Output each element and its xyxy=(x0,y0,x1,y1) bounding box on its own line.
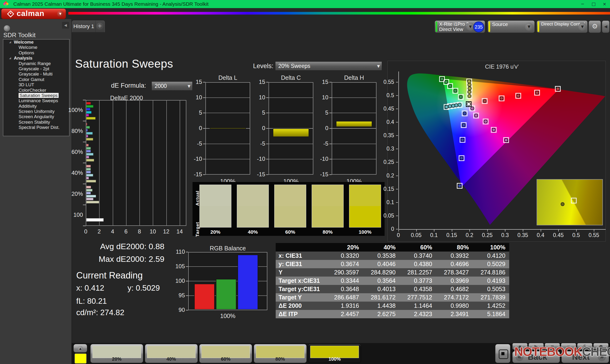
cie-x-tick: 0.35 xyxy=(514,232,531,238)
cie-y-dash xyxy=(396,135,398,136)
rgb-y-tick: 105 xyxy=(168,263,185,270)
delta_c-axis-dash xyxy=(266,113,269,113)
current-y: y: 0.5029 xyxy=(128,284,160,293)
deltae-plot xyxy=(86,100,186,226)
cie-x-tick: 0.05 xyxy=(408,232,425,238)
rgb-y-tick: 100 xyxy=(168,277,185,284)
patch-button-20%[interactable]: 20% xyxy=(90,344,143,363)
sidebar-item-grayscale-multi[interactable]: Grayscale - Multi xyxy=(3,71,69,77)
sidebar-item-analysis[interactable]: ◢Analysis xyxy=(3,55,69,61)
sidebar-item-welcome[interactable]: Welcome xyxy=(3,45,69,50)
table-cell: 0.3344 xyxy=(326,277,363,285)
sidebar-item-options[interactable]: Options xyxy=(3,50,69,55)
deltae-gridline xyxy=(153,101,153,225)
deltae-bar-40%-2 xyxy=(86,171,91,173)
calman-menu-button[interactable]: calman ▼ xyxy=(1,9,66,19)
cie-zoom-inset xyxy=(537,179,603,225)
close-button[interactable]: × xyxy=(599,0,610,8)
swatch-popup-button[interactable]: ▲ xyxy=(73,344,87,352)
sidebar-item-color-gamut[interactable]: Color Gamut xyxy=(3,77,69,82)
deltae-x-tick: 2 xyxy=(92,228,106,235)
cie-y-dash xyxy=(396,176,398,176)
back-label: Back xyxy=(528,352,547,362)
patch-button-label: 80% xyxy=(254,356,306,362)
back-button[interactable]: « Back xyxy=(512,351,560,363)
rgb-balance-title: RGB Balance xyxy=(179,245,277,252)
sidebar-item-welcome[interactable]: ◢Welcome xyxy=(3,39,69,45)
tree-expander-icon[interactable]: ◢ xyxy=(9,39,11,45)
add-tab-button[interactable]: + xyxy=(96,23,104,30)
tree-expander-icon[interactable]: ◢ xyxy=(9,55,11,61)
minimize-button[interactable]: ─ xyxy=(577,0,588,8)
sidebar-item-3d-lut[interactable]: 3D LUT xyxy=(3,82,69,87)
maximize-button[interactable]: □ xyxy=(588,0,599,8)
sidebar-item-screen-stability[interactable]: Screen Stability xyxy=(3,120,69,125)
sidebar-item-grayscale-2pt[interactable]: Grayscale - 2pt xyxy=(3,66,69,71)
sidebar-item-colorchecker[interactable]: ColorChecker xyxy=(3,88,69,93)
cie-point-yellow xyxy=(468,87,472,90)
display-control-dropdown-icon[interactable]: ▼ xyxy=(578,23,586,31)
cie-x-dash xyxy=(576,230,577,232)
sidebar-item-saturation-sweeps[interactable]: Saturation Sweeps xyxy=(3,93,69,98)
de-formula-select[interactable]: 2000 ▼ xyxy=(152,81,193,91)
toolbar-icon-button-0[interactable]: ▪ xyxy=(512,343,528,350)
sidebar-title: SDR Toolkit xyxy=(3,31,36,39)
cie-point-blue xyxy=(462,123,466,127)
deltae-bar-20%-2 xyxy=(86,192,91,195)
sidebar-item-screen-angularity[interactable]: Screen Angularity xyxy=(3,114,69,119)
source-selector[interactable]: Source ▼ xyxy=(488,21,535,33)
cie-x-dash xyxy=(398,230,399,232)
sidebar-item-screen-uniformity[interactable]: Screen Uniformity xyxy=(3,109,69,114)
toolbar-icon-button-2[interactable]: ≡ xyxy=(545,343,560,350)
table-cell: 0.4046 xyxy=(363,260,400,268)
cie-point-yellow xyxy=(467,83,471,87)
toolbar-icon-button-1[interactable]: ▶ xyxy=(529,343,544,350)
cie-x-dash xyxy=(594,230,594,232)
rgb-y-tick: 95 xyxy=(168,292,185,299)
delta_h-y-tick: 15 xyxy=(313,78,328,85)
sidebar-item-luminance-sweeps[interactable]: Luminance Sweeps xyxy=(3,98,69,104)
current-fl: fL: 80.21 xyxy=(76,297,107,306)
meter-count-badge: 235 xyxy=(473,21,484,32)
sidebar-collapse-button[interactable]: ◀ xyxy=(62,22,69,29)
levels-label: Levels: xyxy=(253,62,273,70)
table-cell: 0.3740 xyxy=(399,252,436,260)
display-control-selector[interactable]: Direct Display Control ▼ xyxy=(537,21,588,33)
cie-y-tick: 0.3 xyxy=(376,145,394,152)
toolbar-icon-button-3[interactable]: ∞ xyxy=(561,343,576,350)
patch-button-80%[interactable]: 80% xyxy=(254,344,307,363)
cie-y-tick: 0.4 xyxy=(376,119,394,125)
sidebar-item-spectral-power-dist-[interactable]: Spectral Power Dist. xyxy=(3,125,69,130)
table-row: ΔE 20001.93161.44381.14640.99801.4252 xyxy=(276,302,509,310)
next-button[interactable]: Next » xyxy=(561,351,609,363)
toolbar-icon-button-4[interactable]: S xyxy=(577,343,592,350)
rgb-axis-dash xyxy=(186,310,188,310)
delta_l-gridline xyxy=(206,113,250,113)
delta_l-gridline xyxy=(206,159,250,159)
patch-button-100%[interactable]: 100% xyxy=(308,344,361,363)
delta_l-gridline xyxy=(206,97,250,98)
patch-button-40%[interactable]: 40% xyxy=(145,344,198,363)
table-cell: 5.1864 xyxy=(472,310,509,318)
calman-menu-dropdown-icon[interactable]: ▼ xyxy=(57,11,63,17)
collapse-panel-button[interactable]: ◀ xyxy=(602,21,610,33)
stop-button[interactable] xyxy=(495,344,510,363)
delta_h-y-tick: 0 xyxy=(313,125,328,131)
sidebar-item-dynamic-range[interactable]: Dynamic Range xyxy=(3,61,69,66)
sidebar-item-additivity[interactable]: Additivity xyxy=(3,104,69,109)
source-dropdown-icon[interactable]: ▼ xyxy=(525,23,533,31)
swatch-target xyxy=(237,206,269,227)
table-cell: 0.4358 xyxy=(399,285,436,293)
table-cell: 0.4380 xyxy=(399,260,436,268)
table-row-label: y: CIE31 xyxy=(276,260,326,268)
settings-button[interactable]: ⚙ xyxy=(589,21,601,33)
patch-button-60%[interactable]: 60% xyxy=(199,344,252,363)
delta_h-y-tick: 10 xyxy=(313,94,328,101)
rgb-axis-dash xyxy=(186,266,188,267)
toolbar-icon-button-5[interactable]: ● xyxy=(593,343,609,350)
levels-select[interactable]: 20% Sweeps ▼ xyxy=(275,62,382,70)
cie-x-tick: 0.25 xyxy=(479,232,496,238)
tab-history-1[interactable]: History 1 xyxy=(72,21,96,32)
table-header-cell: 40% xyxy=(363,243,400,252)
delta_l-gridline xyxy=(206,144,250,144)
